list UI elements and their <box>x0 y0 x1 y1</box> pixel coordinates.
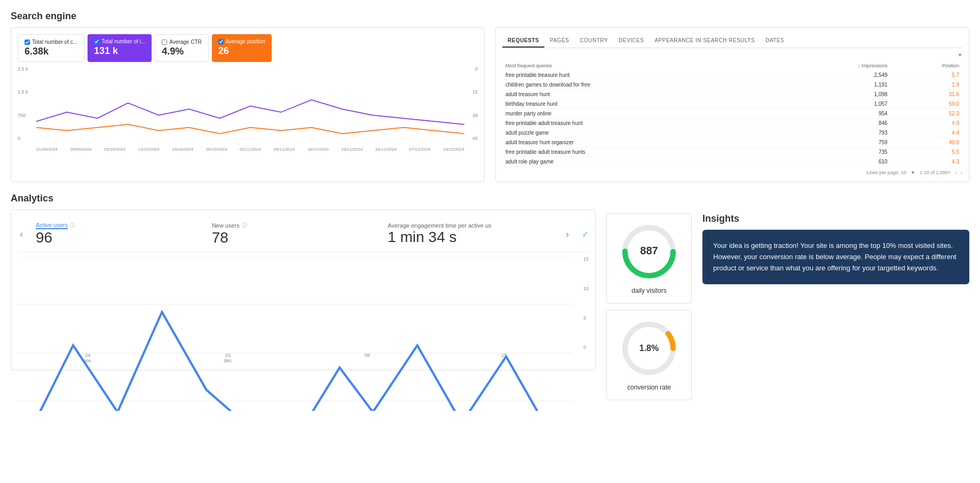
table-row: murder party online95452.3 <box>502 109 962 119</box>
new-users-info[interactable]: ⓘ <box>242 222 247 229</box>
sr-tab-dates[interactable]: DATES <box>760 34 789 48</box>
conversion-rate-gauge: 1.8% <box>620 319 678 378</box>
sr-tabs: REQUESTSPAGESCOUNTRYDEVICESAPPEARANCE IN… <box>502 34 962 48</box>
analytics-y-labels: 15 10 5 0 <box>583 256 589 350</box>
active-users-info[interactable]: ⓘ <box>70 222 75 229</box>
sr-tab-requests[interactable]: REQUESTS <box>502 34 544 48</box>
se-metrics: Total number of c...6.38kTotal number of… <box>18 34 478 62</box>
conversion-rate-card: 1.8% conversion rate <box>606 310 692 400</box>
sr-col-position: Position <box>891 61 962 71</box>
metric-box-average-position: Average position26 <box>212 34 272 62</box>
insights-box: Your idea is getting traction! Your site… <box>702 230 969 284</box>
table-row: adult treasure hunt1,09831.6 <box>502 90 962 99</box>
svg-text:887: 887 <box>640 245 658 256</box>
sr-tab-country[interactable]: COUNTRY <box>574 34 613 48</box>
sr-col-query: Most frequent queries <box>502 61 781 71</box>
check-icon: ✓ <box>582 229 589 239</box>
analytics-x-labels: 24 nov. 01 déc. 08 15 <box>18 353 573 363</box>
se-y-right: 0 15 30 45 <box>467 66 478 141</box>
gauges-panel: 887 daily visitors 1.8% conversion rate <box>606 213 692 400</box>
analytics-next[interactable]: › <box>564 229 571 240</box>
new-users-value: 78 <box>212 229 377 246</box>
metric-checkbox-total-impressions[interactable] <box>94 39 99 44</box>
active-users-metric: Active users ⓘ 96 <box>36 222 201 246</box>
sr-tab-appearance-in-search-results[interactable]: APPEARANCE IN SEARCH RESULTS <box>649 34 760 48</box>
active-users-value: 96 <box>36 229 201 246</box>
analytics-chart-svg <box>18 256 573 411</box>
table-row: adult puzzle game7934.4 <box>502 128 962 138</box>
table-row: adult role play game6104.3 <box>502 157 962 167</box>
analytics-prev[interactable]: ‹ <box>18 229 25 240</box>
analytics-title: Analytics <box>11 193 596 204</box>
sr-table-footer: Lines per page: 10 ▼ 1-10 of 1,000+ ‹ › <box>502 170 962 175</box>
sr-filter-row: ▼ <box>502 52 962 58</box>
insights-title: Insights <box>702 213 969 224</box>
svg-text:1.8%: 1.8% <box>639 344 659 353</box>
metric-checkbox-average-position[interactable] <box>218 39 224 44</box>
daily-visitors-card: 887 daily visitors <box>606 213 692 303</box>
search-engine-title: Search engine <box>11 11 969 22</box>
search-engine-panel: Total number of c...6.38kTotal number of… <box>11 27 485 182</box>
sr-table: Most frequent queries ↓ Impressions Posi… <box>502 61 962 167</box>
table-row: free printable treasure hunt2,5495.7 <box>502 71 962 80</box>
search-results-panel: REQUESTSPAGESCOUNTRYDEVICESAPPEARANCE IN… <box>495 27 969 182</box>
se-y-left: 2,5 k 1,5 k 750 0 <box>18 66 34 141</box>
metric-checkbox-average-ctr[interactable] <box>162 40 167 45</box>
sr-tab-devices[interactable]: DEVICES <box>613 34 649 48</box>
daily-visitors-gauge: 887 <box>620 222 678 281</box>
sr-tab-pages[interactable]: PAGES <box>544 34 574 48</box>
sr-col-impressions: ↓ Impressions <box>781 61 891 71</box>
metric-box-total-clicks: Total number of c...6.38k <box>18 34 84 62</box>
table-row: adult treasure hunt organizer75946.0 <box>502 138 962 147</box>
table-row: free printable adult treasure hunt8464.9 <box>502 119 962 128</box>
avg-engagement-metric: Average engagement time per active us 1 … <box>388 222 553 246</box>
daily-visitors-label: daily visitors <box>615 287 683 294</box>
se-x-labels: 21/09/202428/09/202405/10/202412/10/2024… <box>36 147 464 152</box>
analytics-panel: ‹ Active users ⓘ 96 New users ⓘ 78 <box>11 209 596 370</box>
new-users-metric: New users ⓘ 78 <box>212 222 377 246</box>
table-row: birthday treasure hunt1,05759.0 <box>502 99 962 109</box>
conversion-rate-label: conversion rate <box>615 384 683 391</box>
metric-box-average-ctr: Average CTR4.9% <box>155 34 208 62</box>
insights-text: Your idea is getting traction! Your site… <box>713 242 957 272</box>
se-chart-svg <box>36 66 464 152</box>
se-chart-area: 2,5 k 1,5 k 750 0 0 15 30 45 21/09/20242… <box>18 66 478 152</box>
avg-engagement-value: 1 min 34 s <box>388 229 553 246</box>
analytics-metrics: ‹ Active users ⓘ 96 New users ⓘ 78 <box>18 216 589 252</box>
insights-panel: Insights Your idea is getting traction! … <box>702 213 969 284</box>
table-row: free printable adult treasure hunts7355.… <box>502 147 962 157</box>
analytics-chart: 15 10 5 0 24 nov. 01 déc. 08 <box>18 256 589 363</box>
table-row: children games to download for free1,191… <box>502 80 962 90</box>
metric-box-total-impressions: Total number of i...131 k <box>88 34 152 62</box>
metric-checkbox-total-clicks[interactable] <box>25 40 30 45</box>
